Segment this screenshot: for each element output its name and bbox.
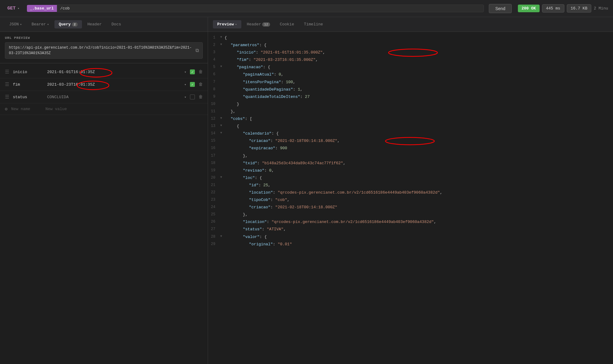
send-button[interactable]: Send	[489, 4, 512, 13]
line-number: 21	[208, 182, 220, 188]
url-preview-section: URL PREVIEW https://api-pix.gerencianet.…	[0, 32, 208, 63]
left-panel: JSON ▾ Bearer ▾ Query 2 Header Docs URL …	[0, 17, 208, 364]
line-content: "id": 25,	[225, 182, 270, 189]
method-selector[interactable]: GET ▾	[5, 5, 22, 12]
line-content: "itensPorPagina": 100,	[225, 79, 295, 86]
left-tab-bar: JSON ▾ Bearer ▾ Query 2 Header Docs	[0, 17, 208, 32]
query-params-list: ☰ inicio 2021-01-01T16:01:35Z ▾ ✓ 🗑 ☰ fi…	[0, 63, 208, 364]
tab-bearer[interactable]: Bearer ▾	[27, 20, 53, 28]
param-delete-icon[interactable]: 🗑	[199, 82, 203, 87]
line-toggle-icon[interactable]: ▼	[220, 123, 225, 128]
url-preview-box: https://api-pix.gerencianet.com.br/v2/co…	[5, 42, 203, 59]
param-check-fim[interactable]: ✓	[190, 82, 195, 87]
json-line: 4"fim": "2021-03-23T16:01:35.000Z",	[208, 56, 613, 64]
line-toggle-icon[interactable]: ▼	[220, 130, 225, 136]
main-content: JSON ▾ Bearer ▾ Query 2 Header Docs URL …	[0, 17, 613, 364]
line-number: 6	[208, 71, 220, 77]
line-content: "calendario": {	[225, 130, 279, 137]
line-toggle-icon[interactable]: ▼	[220, 234, 225, 239]
tab-right-header[interactable]: Header 12	[243, 20, 274, 28]
param-chevron-icon[interactable]: ▾	[184, 83, 186, 87]
line-number: 28	[208, 234, 220, 240]
json-line: 17},	[208, 152, 613, 160]
url-preview-label: URL PREVIEW	[5, 36, 203, 40]
tab-header[interactable]: Header	[83, 20, 106, 28]
line-content: "quantidadeTotalDeItens": 27	[225, 94, 310, 100]
param-value-inicio[interactable]: 2021-01-01T16:01:35Z	[47, 70, 180, 74]
line-number: 15	[208, 138, 220, 144]
line-number: 9	[208, 94, 220, 100]
status-badge: 200 OK	[518, 5, 540, 12]
param-name-new[interactable]: New name	[11, 107, 42, 111]
line-toggle-icon[interactable]: ▼	[220, 175, 225, 180]
line-content: "fim": "2021-03-23T16:01:35.000Z",	[225, 57, 318, 63]
line-content: {	[225, 35, 227, 41]
url-path[interactable]: /cob	[57, 5, 484, 12]
line-number: 16	[208, 145, 220, 151]
tab-json[interactable]: JSON ▾	[5, 20, 26, 28]
line-content: },	[225, 153, 248, 159]
line-toggle-icon[interactable]: ▼	[220, 116, 225, 121]
line-content: "location": "qrcodes-pix.gerencianet.com…	[225, 219, 436, 225]
line-number: 4	[208, 57, 220, 63]
drag-handle-icon[interactable]: ☰	[5, 69, 9, 75]
json-line: 16"expiracao": 900	[208, 145, 613, 152]
line-content: "loc": {	[225, 175, 262, 181]
line-number: 18	[208, 160, 220, 166]
line-content: "status": "ATIVA",	[225, 226, 286, 233]
line-content: "paginaAtual": 0,	[225, 71, 284, 78]
tab-preview-chevron-icon: ▾	[235, 23, 237, 26]
param-name-status[interactable]: status	[13, 95, 43, 99]
param-value-status[interactable]: CONCLUIDA	[47, 95, 180, 99]
line-number: 20	[208, 175, 220, 181]
tab-header-label: Header	[87, 22, 102, 27]
tab-preview[interactable]: Preview ▾	[213, 20, 241, 28]
json-line: 25},	[208, 211, 613, 218]
param-name-inicio[interactable]: inicio	[13, 70, 43, 74]
param-chevron-icon[interactable]: ▾	[184, 70, 186, 74]
line-number: 17	[208, 153, 220, 159]
param-delete-icon[interactable]: 🗑	[199, 69, 203, 74]
tab-docs-label: Docs	[112, 22, 121, 27]
param-check-inicio[interactable]: ✓	[190, 69, 195, 74]
param-value-new[interactable]: New value	[45, 107, 203, 111]
tab-cookie[interactable]: Cookie	[276, 20, 299, 28]
line-content: {	[225, 123, 239, 130]
json-viewer: 1▼{2▼"parametros": {3"inicio": "2021-01-…	[208, 32, 613, 251]
json-line: 10}	[208, 101, 613, 108]
line-number: 1	[208, 35, 220, 41]
line-content: "criacao": "2021-02-18T00:14:18.000Z",	[225, 138, 340, 144]
drag-handle-icon[interactable]: ☰	[5, 81, 9, 87]
drag-handle-icon[interactable]: ☰	[5, 94, 9, 100]
param-delete-icon[interactable]: 🗑	[199, 95, 203, 99]
param-name-fim[interactable]: fim	[13, 82, 43, 87]
line-toggle-icon[interactable]: ▼	[220, 35, 225, 40]
json-line: 24"criacao": "2021-02-18T00:14:18.000Z"	[208, 204, 613, 211]
line-content: "location": "qrcodes-pix.gerencianet.com…	[225, 189, 442, 196]
tab-query[interactable]: Query 2	[54, 20, 82, 28]
tab-timeline[interactable]: Timeline	[299, 20, 327, 28]
param-chevron-icon[interactable]: ▾	[184, 95, 186, 99]
json-line: 8"quantidadeDePaginas": 1,	[208, 86, 613, 93]
line-toggle-icon[interactable]: ▼	[220, 64, 225, 69]
copy-icon[interactable]: ⧉	[195, 48, 199, 54]
line-toggle-icon[interactable]: ▼	[220, 42, 225, 47]
param-value-fim[interactable]: 2021-03-23T16:01:35Z	[47, 82, 180, 87]
json-line: 11},	[208, 108, 613, 115]
line-number: 24	[208, 204, 220, 210]
tab-right-header-label: Header	[247, 22, 261, 27]
tab-preview-label: Preview	[217, 22, 234, 27]
json-line: 21"id": 25,	[208, 182, 613, 189]
tab-query-label: Query	[59, 22, 71, 27]
line-content: "paginacao": {	[225, 64, 270, 71]
tab-json-label: JSON	[9, 22, 19, 27]
right-panel: Preview ▾ Header 12 Cookie Timeline 1▼{2…	[208, 17, 613, 364]
json-line: 27"status": "ATIVA",	[208, 226, 613, 233]
json-line: 1▼{	[208, 34, 613, 42]
base-url-token[interactable]: _.base_url	[27, 5, 57, 12]
tab-docs[interactable]: Docs	[107, 20, 125, 28]
param-row-fim: ☰ fim 2021-03-23T16:01:35Z ▾ ✓ 🗑	[0, 78, 208, 91]
right-tab-bar: Preview ▾ Header 12 Cookie Timeline	[208, 17, 613, 32]
param-check-status[interactable]	[190, 95, 195, 99]
tab-query-badge: 2	[72, 22, 78, 27]
